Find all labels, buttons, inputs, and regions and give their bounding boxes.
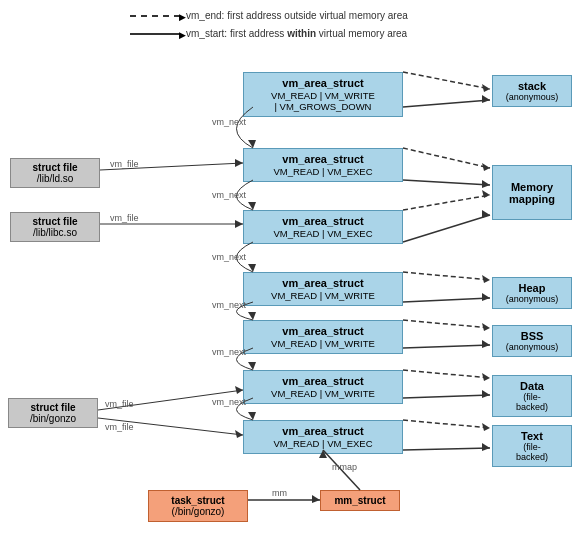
svg-marker-43 [312, 495, 320, 503]
svg-marker-19 [482, 340, 490, 348]
svg-line-44 [323, 450, 360, 490]
svg-text:vm_file: vm_file [105, 399, 134, 409]
solid-line-icon: ▶ [130, 28, 180, 40]
svg-text:vm_next: vm_next [212, 300, 247, 310]
svg-text:mmap: mmap [332, 462, 357, 472]
dashed-line-icon: ▶ [130, 10, 180, 22]
svg-marker-1 [482, 84, 490, 92]
region-data: Data (file- backed) [492, 375, 572, 417]
svg-line-22 [403, 395, 490, 398]
region-stack-sub: (anonymous) [499, 92, 565, 102]
svg-text:vm_next: vm_next [212, 347, 247, 357]
vma-title-7: vm_area_struct [250, 425, 396, 437]
svg-line-0 [403, 72, 490, 89]
vma-box-5: vm_area_struct VM_READ | VM_WRITE [243, 320, 403, 354]
file-ld-path: /lib/ld.so [16, 173, 94, 184]
svg-marker-3 [482, 95, 490, 103]
vma-flags-1: VM_READ | VM_WRITE| VM_GROWS_DOWN [250, 90, 396, 112]
file-gonzo-title: struct file [14, 402, 92, 413]
svg-marker-7 [482, 180, 490, 188]
svg-marker-33 [248, 412, 256, 420]
region-text: Text (file- backed) [492, 425, 572, 467]
svg-marker-39 [235, 386, 243, 394]
legend-solid-row: ▶ vm_start: first address within virtual… [130, 26, 408, 42]
svg-text:vm_next: vm_next [212, 397, 247, 407]
vma-box-7: vm_area_struct VM_READ | VM_EXEC [243, 420, 403, 454]
region-bss: BSS (anonymous) [492, 325, 572, 357]
svg-line-38 [98, 390, 243, 410]
vma-flags-5: VM_READ | VM_WRITE [250, 338, 396, 349]
vma-title-1: vm_area_struct [250, 77, 396, 89]
file-ld-title: struct file [16, 162, 94, 173]
file-box-libc: struct file /lib/libc.so [10, 212, 100, 242]
svg-text:vm_file: vm_file [105, 422, 134, 432]
task-struct-label: task_struct [155, 495, 241, 506]
svg-marker-41 [235, 430, 243, 438]
task-struct-box: task_struct (/bin/gonzo) [148, 490, 248, 522]
vma-box-6: vm_area_struct VM_READ | VM_WRITE [243, 370, 403, 404]
svg-marker-35 [235, 159, 243, 167]
region-heap-sub: (anonymous) [499, 294, 565, 304]
svg-marker-31 [248, 312, 256, 320]
region-text-sub: (file- [499, 442, 565, 452]
vma-title-5: vm_area_struct [250, 325, 396, 337]
legend: ▶ vm_end: first address outside virtual … [130, 8, 408, 44]
svg-marker-17 [482, 323, 490, 331]
svg-line-10 [403, 215, 490, 242]
vma-box-1: vm_area_struct VM_READ | VM_WRITE| VM_GR… [243, 72, 403, 117]
region-data-sub2: backed) [499, 402, 565, 412]
vma-flags-2: VM_READ | VM_EXEC [250, 166, 396, 177]
svg-marker-25 [482, 423, 490, 431]
mm-struct-label: mm_struct [327, 495, 393, 506]
file-libc-path: /lib/libc.so [16, 227, 94, 238]
svg-line-8 [403, 195, 490, 210]
svg-text:vm_next: vm_next [212, 117, 247, 127]
svg-marker-28 [248, 140, 256, 148]
legend-dashed-text: vm_end: first address outside virtual me… [186, 8, 408, 24]
region-data-title: Data [499, 380, 565, 392]
svg-marker-23 [482, 390, 490, 398]
region-bss-title: BSS [499, 330, 565, 342]
svg-marker-5 [482, 163, 490, 171]
svg-line-16 [403, 320, 490, 328]
file-box-gonzo: struct file /bin/gonzo [8, 398, 98, 428]
task-struct-sub: (/bin/gonzo) [155, 506, 241, 517]
vma-flags-7: VM_READ | VM_EXEC [250, 438, 396, 449]
svg-marker-29 [248, 202, 256, 210]
file-box-ld: struct file /lib/ld.so [10, 158, 100, 188]
region-stack-title: stack [499, 80, 565, 92]
region-mmap: Memory mapping [492, 165, 572, 220]
diagram-container: ▶ vm_end: first address outside virtual … [0, 0, 587, 533]
region-data-sub: (file- [499, 392, 565, 402]
svg-line-14 [403, 298, 490, 302]
region-bss-sub: (anonymous) [499, 342, 565, 352]
svg-text:vm_next: vm_next [212, 190, 247, 200]
mm-struct-box: mm_struct [320, 490, 400, 511]
region-mmap-title: Memory [499, 181, 565, 193]
svg-marker-37 [235, 220, 243, 228]
svg-marker-21 [482, 373, 490, 381]
svg-marker-15 [482, 293, 490, 301]
vma-title-2: vm_area_struct [250, 153, 396, 165]
vma-flags-3: VM_READ | VM_EXEC [250, 228, 396, 239]
vma-title-4: vm_area_struct [250, 277, 396, 289]
svg-line-20 [403, 370, 490, 378]
vma-flags-4: VM_READ | VM_WRITE [250, 290, 396, 301]
legend-dashed-row: ▶ vm_end: first address outside virtual … [130, 8, 408, 24]
vma-box-4: vm_area_struct VM_READ | VM_WRITE [243, 272, 403, 306]
file-libc-title: struct file [16, 216, 94, 227]
svg-line-40 [98, 418, 243, 435]
svg-text:vm_next: vm_next [212, 252, 247, 262]
vma-title-6: vm_area_struct [250, 375, 396, 387]
region-mmap-title2: mapping [499, 193, 565, 205]
svg-marker-32 [248, 362, 256, 370]
svg-line-26 [403, 448, 490, 450]
svg-marker-27 [482, 443, 490, 451]
svg-marker-9 [482, 190, 490, 198]
svg-line-2 [403, 100, 490, 107]
svg-marker-11 [482, 210, 490, 218]
svg-line-34 [100, 163, 243, 170]
vma-title-3: vm_area_struct [250, 215, 396, 227]
svg-text:mm: mm [272, 488, 287, 498]
svg-line-12 [403, 272, 490, 280]
